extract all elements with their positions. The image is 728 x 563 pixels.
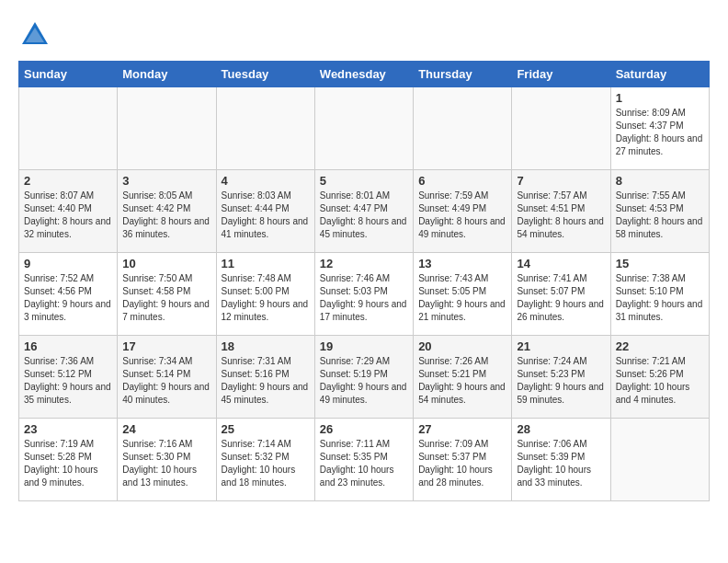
calendar-cell: 18Sunrise: 7:31 AM Sunset: 5:16 PM Dayli… <box>216 336 314 419</box>
calendar-cell: 14Sunrise: 7:41 AM Sunset: 5:07 PM Dayli… <box>512 253 610 336</box>
day-info: Sunrise: 7:36 AM Sunset: 5:12 PM Dayligh… <box>24 355 112 407</box>
day-number: 22 <box>616 339 704 353</box>
day-number: 16 <box>24 339 112 353</box>
calendar-week-row: 9Sunrise: 7:52 AM Sunset: 4:56 PM Daylig… <box>19 253 710 336</box>
calendar-cell: 10Sunrise: 7:50 AM Sunset: 4:58 PM Dayli… <box>118 253 216 336</box>
day-number: 5 <box>320 174 408 188</box>
calendar-cell: 23Sunrise: 7:19 AM Sunset: 5:28 PM Dayli… <box>19 419 118 501</box>
calendar-cell: 3Sunrise: 8:05 AM Sunset: 4:42 PM Daylig… <box>118 170 216 253</box>
column-header-thursday: Thursday <box>414 62 512 87</box>
day-number: 13 <box>418 257 506 270</box>
calendar-cell <box>118 87 216 170</box>
calendar-cell: 20Sunrise: 7:26 AM Sunset: 5:21 PM Dayli… <box>414 336 512 419</box>
calendar-cell: 8Sunrise: 7:55 AM Sunset: 4:53 PM Daylig… <box>610 170 709 253</box>
day-number: 27 <box>418 422 506 436</box>
calendar-cell: 27Sunrise: 7:09 AM Sunset: 5:37 PM Dayli… <box>414 419 512 501</box>
calendar-header-row: SundayMondayTuesdayWednesdayThursdayFrid… <box>19 62 710 87</box>
calendar-week-row: 1Sunrise: 8:09 AM Sunset: 4:37 PM Daylig… <box>19 87 710 170</box>
page-header <box>18 18 710 52</box>
calendar-cell: 22Sunrise: 7:21 AM Sunset: 5:26 PM Dayli… <box>610 336 709 419</box>
column-header-tuesday: Tuesday <box>216 62 314 87</box>
day-info: Sunrise: 7:46 AM Sunset: 5:03 PM Dayligh… <box>320 272 408 324</box>
column-header-friday: Friday <box>512 62 610 87</box>
calendar-cell: 1Sunrise: 8:09 AM Sunset: 4:37 PM Daylig… <box>610 87 709 170</box>
calendar-cell: 16Sunrise: 7:36 AM Sunset: 5:12 PM Dayli… <box>19 336 118 419</box>
calendar-cell: 12Sunrise: 7:46 AM Sunset: 5:03 PM Dayli… <box>314 253 413 336</box>
day-number: 24 <box>122 422 210 436</box>
day-info: Sunrise: 7:41 AM Sunset: 5:07 PM Dayligh… <box>517 272 605 324</box>
calendar-cell: 19Sunrise: 7:29 AM Sunset: 5:19 PM Dayli… <box>314 336 413 419</box>
calendar-cell: 21Sunrise: 7:24 AM Sunset: 5:23 PM Dayli… <box>512 336 610 419</box>
day-info: Sunrise: 8:01 AM Sunset: 4:47 PM Dayligh… <box>320 190 408 241</box>
day-info: Sunrise: 7:55 AM Sunset: 4:53 PM Dayligh… <box>616 190 704 241</box>
calendar-cell <box>19 87 118 170</box>
day-info: Sunrise: 7:24 AM Sunset: 5:23 PM Dayligh… <box>517 355 605 407</box>
column-header-sunday: Sunday <box>19 62 118 87</box>
calendar-cell <box>216 87 314 170</box>
day-number: 2 <box>24 174 112 188</box>
day-info: Sunrise: 7:11 AM Sunset: 5:35 PM Dayligh… <box>320 438 408 489</box>
day-info: Sunrise: 7:50 AM Sunset: 4:58 PM Dayligh… <box>122 272 210 324</box>
calendar-week-row: 23Sunrise: 7:19 AM Sunset: 5:28 PM Dayli… <box>19 419 710 501</box>
day-number: 1 <box>616 91 704 105</box>
calendar-cell: 4Sunrise: 8:03 AM Sunset: 4:44 PM Daylig… <box>216 170 314 253</box>
day-info: Sunrise: 8:05 AM Sunset: 4:42 PM Dayligh… <box>122 190 210 241</box>
day-number: 9 <box>24 257 112 270</box>
column-header-saturday: Saturday <box>610 62 709 87</box>
column-header-monday: Monday <box>118 62 216 87</box>
calendar-cell: 9Sunrise: 7:52 AM Sunset: 4:56 PM Daylig… <box>19 253 118 336</box>
calendar-cell: 24Sunrise: 7:16 AM Sunset: 5:30 PM Dayli… <box>118 419 216 501</box>
day-info: Sunrise: 7:59 AM Sunset: 4:49 PM Dayligh… <box>418 190 506 241</box>
day-info: Sunrise: 7:16 AM Sunset: 5:30 PM Dayligh… <box>122 438 210 489</box>
day-info: Sunrise: 7:19 AM Sunset: 5:28 PM Dayligh… <box>24 438 112 489</box>
logo <box>18 18 55 52</box>
calendar-table: SundayMondayTuesdayWednesdayThursdayFrid… <box>18 61 710 501</box>
day-number: 7 <box>517 174 605 188</box>
calendar-cell: 26Sunrise: 7:11 AM Sunset: 5:35 PM Dayli… <box>314 419 413 501</box>
calendar-week-row: 2Sunrise: 8:07 AM Sunset: 4:40 PM Daylig… <box>19 170 710 253</box>
calendar-cell: 13Sunrise: 7:43 AM Sunset: 5:05 PM Dayli… <box>414 253 512 336</box>
day-number: 11 <box>222 257 310 270</box>
day-info: Sunrise: 8:09 AM Sunset: 4:37 PM Dayligh… <box>616 107 704 158</box>
calendar-cell: 15Sunrise: 7:38 AM Sunset: 5:10 PM Dayli… <box>610 253 709 336</box>
day-number: 26 <box>320 422 408 436</box>
calendar-cell: 25Sunrise: 7:14 AM Sunset: 5:32 PM Dayli… <box>216 419 314 501</box>
logo-icon <box>18 18 51 52</box>
day-info: Sunrise: 7:21 AM Sunset: 5:26 PM Dayligh… <box>616 355 704 407</box>
day-info: Sunrise: 7:38 AM Sunset: 5:10 PM Dayligh… <box>616 272 704 324</box>
day-info: Sunrise: 8:07 AM Sunset: 4:40 PM Dayligh… <box>24 190 112 241</box>
calendar-cell: 6Sunrise: 7:59 AM Sunset: 4:49 PM Daylig… <box>414 170 512 253</box>
day-info: Sunrise: 7:09 AM Sunset: 5:37 PM Dayligh… <box>418 438 506 489</box>
calendar-cell <box>414 87 512 170</box>
calendar-cell: 2Sunrise: 8:07 AM Sunset: 4:40 PM Daylig… <box>19 170 118 253</box>
calendar-cell <box>314 87 413 170</box>
day-info: Sunrise: 7:43 AM Sunset: 5:05 PM Dayligh… <box>418 272 506 324</box>
day-number: 19 <box>320 339 408 353</box>
day-number: 23 <box>24 422 112 436</box>
day-number: 25 <box>222 422 310 436</box>
day-number: 12 <box>320 257 408 270</box>
calendar-cell: 11Sunrise: 7:48 AM Sunset: 5:00 PM Dayli… <box>216 253 314 336</box>
day-number: 15 <box>616 257 704 270</box>
day-number: 18 <box>222 339 310 353</box>
day-number: 14 <box>517 257 605 270</box>
calendar-cell: 5Sunrise: 8:01 AM Sunset: 4:47 PM Daylig… <box>314 170 413 253</box>
day-info: Sunrise: 8:03 AM Sunset: 4:44 PM Dayligh… <box>222 190 310 241</box>
calendar-cell <box>610 419 709 501</box>
day-info: Sunrise: 7:48 AM Sunset: 5:00 PM Dayligh… <box>222 272 310 324</box>
day-number: 10 <box>122 257 210 270</box>
day-info: Sunrise: 7:14 AM Sunset: 5:32 PM Dayligh… <box>222 438 310 489</box>
day-number: 20 <box>418 339 506 353</box>
day-number: 21 <box>517 339 605 353</box>
day-info: Sunrise: 7:26 AM Sunset: 5:21 PM Dayligh… <box>418 355 506 407</box>
column-header-wednesday: Wednesday <box>314 62 413 87</box>
calendar-cell: 7Sunrise: 7:57 AM Sunset: 4:51 PM Daylig… <box>512 170 610 253</box>
day-number: 3 <box>122 174 210 188</box>
day-info: Sunrise: 7:57 AM Sunset: 4:51 PM Dayligh… <box>517 190 605 241</box>
day-info: Sunrise: 7:34 AM Sunset: 5:14 PM Dayligh… <box>122 355 210 407</box>
calendar-week-row: 16Sunrise: 7:36 AM Sunset: 5:12 PM Dayli… <box>19 336 710 419</box>
day-number: 28 <box>517 422 605 436</box>
day-number: 6 <box>418 174 506 188</box>
day-info: Sunrise: 7:31 AM Sunset: 5:16 PM Dayligh… <box>222 355 310 407</box>
day-info: Sunrise: 7:52 AM Sunset: 4:56 PM Dayligh… <box>24 272 112 324</box>
